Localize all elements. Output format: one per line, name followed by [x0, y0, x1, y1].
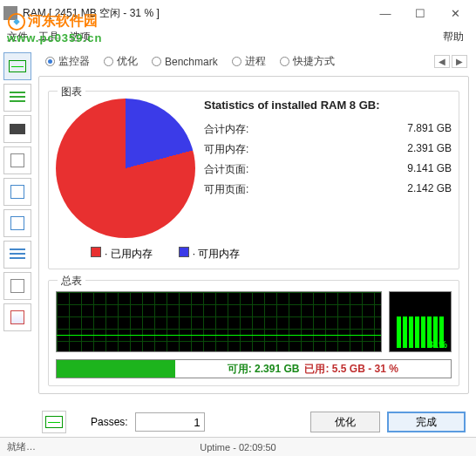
legend-swatch-used: [91, 247, 101, 257]
misc-icon: [10, 153, 24, 167]
tab-optimize[interactable]: 优化: [99, 54, 143, 69]
radio-icon: [104, 57, 113, 66]
menu-tools[interactable]: 工具: [38, 30, 59, 44]
usage-text: 可用: 2.391 GB 已用: 5.5 GB - 31 %: [175, 360, 451, 378]
tab-row: 监控器 优化 Benchmark 进程 快捷方式 ◀ ▶: [38, 51, 469, 76]
optimize-button[interactable]: 优化: [310, 412, 380, 432]
usage-bar: 可用: 2.391 GB 已用: 5.5 GB - 31 %: [56, 359, 452, 378]
avail-page-value: 2.142 GB: [407, 182, 452, 197]
sidebar-item-6[interactable]: [3, 209, 31, 237]
misc-icon: [10, 216, 24, 230]
sidebar-item-7[interactable]: [3, 241, 31, 269]
legend-free: · 可用内存: [193, 248, 241, 260]
done-button[interactable]: 完成: [387, 412, 466, 432]
passes-label: Passes:: [91, 416, 128, 428]
window-title: RAM [ 2451 MB 空闲 - 31 % ]: [23, 6, 368, 21]
chip-icon: [10, 124, 25, 134]
graph-icon: [9, 60, 26, 72]
avail-mem-label: 可用内存:: [204, 142, 248, 157]
misc-icon: [10, 279, 24, 293]
usage-free-segment: [57, 360, 175, 378]
history-graph: [56, 291, 382, 352]
passes-input[interactable]: [135, 412, 205, 432]
summary-group-title: 总表: [58, 274, 85, 289]
avail-page-label: 可用页面:: [204, 182, 248, 197]
bottom-graph-button[interactable]: [42, 411, 66, 433]
sidebar: [0, 47, 35, 437]
sidebar-item-monitor[interactable]: [3, 52, 31, 80]
pie-chart: [56, 99, 195, 238]
app-icon: [3, 6, 17, 20]
chart-group: 图表 Statistics of installed RAM 8 GB: 合计内…: [48, 91, 459, 269]
tab-scroll-right[interactable]: ▶: [452, 55, 467, 68]
maximize-button[interactable]: ☐: [403, 1, 438, 25]
total-mem-label: 合计内存:: [204, 122, 248, 137]
bottom-row: Passes: 优化 完成: [38, 404, 469, 433]
minimize-button[interactable]: —: [368, 1, 403, 25]
total-page-value: 9.141 GB: [407, 162, 452, 177]
sidebar-item-chip[interactable]: [3, 115, 31, 143]
stats-block: Statistics of installed RAM 8 GB: 合计内存:7…: [204, 99, 452, 238]
sidebar-item-8[interactable]: [3, 272, 31, 300]
total-page-label: 合计页面:: [204, 162, 248, 177]
avail-mem-value: 2.391 GB: [407, 142, 452, 157]
radio-icon: [45, 57, 55, 66]
status-uptime: Uptime - 02:09:50: [200, 442, 275, 453]
radio-icon: [232, 57, 241, 66]
title-bar: RAM [ 2451 MB 空闲 - 31 % ] — ☐ ✕: [0, 0, 476, 26]
menu-help[interactable]: 帮助: [443, 30, 464, 44]
sidebar-item-list1[interactable]: [3, 84, 31, 112]
list-icon: [10, 92, 25, 104]
tab-scroll-left[interactable]: ◀: [434, 55, 450, 68]
tab-benchmark[interactable]: Benchmark: [146, 56, 223, 68]
menu-options[interactable]: 选项: [70, 30, 91, 44]
menu-file[interactable]: 文件: [7, 30, 28, 44]
vu-meter: 31%: [389, 291, 452, 352]
total-mem-value: 7.891 GB: [407, 122, 452, 137]
status-ready: 就绪…: [7, 440, 36, 453]
tab-monitor[interactable]: 监控器: [40, 54, 95, 69]
graph-icon: [45, 416, 63, 428]
menu-bar: 文件 工具 选项 帮助: [0, 26, 476, 47]
vu-percent: 31%: [428, 339, 447, 350]
tab-shortcut[interactable]: 快捷方式: [275, 54, 340, 69]
sidebar-item-5[interactable]: [3, 178, 31, 206]
main-panel: 图表 Statistics of installed RAM 8 GB: 合计内…: [38, 76, 469, 394]
sidebar-item-4[interactable]: [3, 146, 31, 174]
sidebar-item-9[interactable]: [3, 303, 31, 331]
stats-title: Statistics of installed RAM 8 GB:: [204, 99, 452, 112]
tab-process[interactable]: 进程: [227, 54, 271, 69]
legend-used: · 已用内存: [105, 248, 153, 260]
chart-group-title: 图表: [58, 85, 85, 99]
summary-group: 总表 31%: [48, 280, 459, 386]
legend: · 已用内存 · 可用内存: [56, 247, 452, 262]
legend-swatch-free: [179, 247, 189, 257]
radio-icon: [152, 57, 161, 66]
status-bar: 就绪… Uptime - 02:09:50: [0, 437, 476, 456]
mail-icon: [10, 310, 24, 324]
misc-icon: [10, 185, 24, 199]
radio-icon: [280, 57, 289, 66]
checklist-icon: [10, 248, 25, 261]
close-button[interactable]: ✕: [438, 1, 473, 25]
